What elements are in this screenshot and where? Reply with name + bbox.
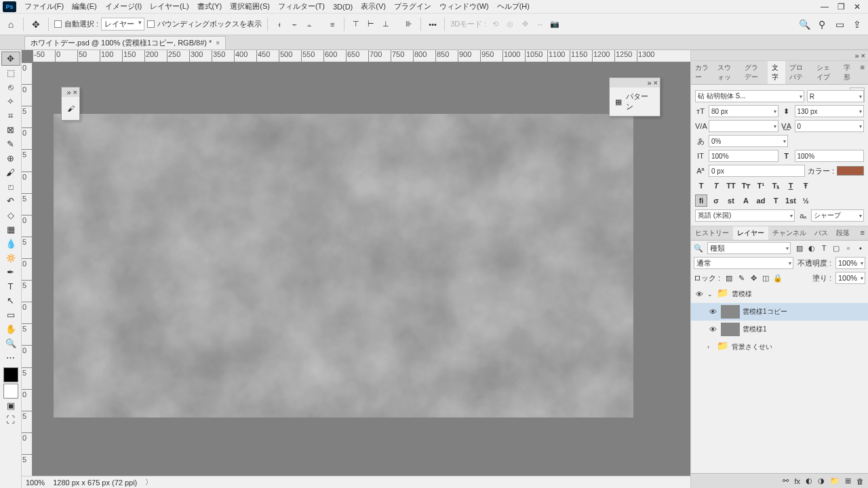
- brush-tool[interactable]: 🖌: [1, 165, 20, 180]
- align-right-icon[interactable]: ⫠: [303, 18, 315, 30]
- filter-toggle-icon[interactable]: •: [856, 243, 865, 253]
- titling-button[interactable]: ad: [755, 195, 767, 207]
- menu-edit[interactable]: 編集(E): [68, 0, 101, 13]
- menu-select[interactable]: 選択範囲(S): [226, 0, 274, 13]
- subscript-button[interactable]: T₁: [770, 180, 782, 192]
- contextual-button[interactable]: σ: [710, 195, 722, 207]
- ordinal-button[interactable]: T: [770, 195, 782, 207]
- kerning-field[interactable]: [709, 120, 778, 132]
- panel-close-icon[interactable]: ×: [654, 79, 658, 87]
- lock-pixels-icon[interactable]: ▨: [724, 273, 734, 283]
- delete-icon[interactable]: 🗑: [856, 477, 864, 485]
- tab-close-icon[interactable]: ×: [216, 39, 220, 47]
- zoom-tool[interactable]: 🔍: [1, 336, 20, 350]
- new-layer-icon[interactable]: ⊞: [845, 476, 851, 485]
- lock-artboard-icon[interactable]: ◫: [761, 273, 770, 283]
- allcaps-button[interactable]: TT: [725, 180, 737, 192]
- tab-swatches[interactable]: スウォッ: [713, 61, 741, 84]
- filter-image-icon[interactable]: ▨: [795, 243, 804, 253]
- filter-smart-icon[interactable]: ▫: [844, 243, 853, 253]
- brush-icon[interactable]: 🖌: [67, 104, 75, 113]
- layer-row[interactable]: 👁雲模様1: [691, 321, 868, 338]
- crop-tool[interactable]: ⌗: [1, 108, 20, 123]
- tab-gradients[interactable]: グラデー: [741, 61, 768, 84]
- eraser-tool[interactable]: ◇: [1, 208, 20, 222]
- tab-shapes[interactable]: シェイプ: [812, 61, 840, 84]
- eyedropper-tool[interactable]: ✎: [1, 137, 20, 151]
- swash-button[interactable]: st: [725, 195, 737, 207]
- align-bottom-icon[interactable]: ⊥: [380, 18, 392, 30]
- background-color[interactable]: [3, 384, 18, 399]
- dodge-tool[interactable]: 🔅: [1, 251, 20, 265]
- superscript-button[interactable]: T¹: [755, 180, 767, 192]
- menu-plugin[interactable]: プラグイン: [390, 0, 435, 13]
- window-maximize-icon[interactable]: ❐: [833, 2, 849, 12]
- disclosure-icon[interactable]: ⌄: [707, 291, 714, 298]
- menu-help[interactable]: ヘルプ(H): [493, 0, 534, 13]
- menu-filter[interactable]: フィルター(T): [274, 0, 329, 13]
- type-tool[interactable]: T: [1, 279, 20, 293]
- share-icon[interactable]: ⇪: [850, 18, 864, 31]
- leading-field[interactable]: 130 px: [795, 105, 865, 117]
- vscale-field[interactable]: 100%: [709, 150, 778, 162]
- frame-tool[interactable]: ⊠: [1, 123, 20, 137]
- layer-row[interactable]: 👁雲模様1コピー: [691, 303, 868, 321]
- menu-type[interactable]: 書式(Y): [193, 0, 226, 13]
- screenmode-tool[interactable]: ⛶: [1, 413, 20, 427]
- visibility-icon[interactable]: 👁: [707, 325, 718, 333]
- antialias-field[interactable]: シャープ: [811, 209, 864, 222]
- align-left-icon[interactable]: ⫞: [273, 18, 285, 30]
- hscale-field[interactable]: 100%: [795, 150, 865, 162]
- tab-properties[interactable]: プロパテ: [785, 61, 812, 84]
- heal-tool[interactable]: ⊕: [1, 151, 20, 165]
- hand-tool[interactable]: ✋: [1, 322, 20, 336]
- path-tool[interactable]: ↖: [1, 293, 20, 308]
- fx-icon[interactable]: fx: [794, 477, 800, 485]
- panel-menu-icon[interactable]: ≡: [857, 61, 868, 84]
- baseline-field[interactable]: 0 px: [709, 165, 805, 177]
- zoom-level[interactable]: 100%: [26, 479, 45, 487]
- fraction-button[interactable]: 1st: [785, 195, 797, 207]
- qsearch-icon[interactable]: ⚲: [815, 18, 829, 31]
- align-center-h-icon[interactable]: ⫟: [288, 18, 300, 30]
- distribute-v-icon[interactable]: ⊪: [403, 18, 415, 30]
- visibility-icon[interactable]: 👁: [707, 308, 718, 316]
- bold-button[interactable]: T: [695, 180, 707, 192]
- pattern-float-panel[interactable]: »× ▦パターン: [609, 77, 660, 117]
- font-size-field[interactable]: 80 px: [709, 105, 778, 117]
- strike-button[interactable]: Ŧ: [800, 180, 812, 192]
- tracking-field[interactable]: 0: [795, 120, 865, 132]
- shape-tool[interactable]: ▭: [1, 308, 20, 322]
- canvas[interactable]: [54, 114, 633, 418]
- history-tool[interactable]: ↶: [1, 194, 20, 208]
- tsume-field[interactable]: 0%: [709, 135, 788, 147]
- lock-all-icon[interactable]: 🔒: [773, 273, 783, 283]
- align-top-icon[interactable]: ⊤: [350, 18, 362, 30]
- menu-file[interactable]: ファイル(F): [20, 0, 68, 13]
- tab-paragraph[interactable]: 段落: [832, 226, 854, 240]
- liga-button[interactable]: fi: [695, 195, 707, 207]
- workspace-icon[interactable]: ▭: [833, 18, 846, 31]
- font-family-field[interactable]: 砧 砧明朝体 S...: [695, 90, 804, 102]
- brush-float-panel[interactable]: »× 🖌: [61, 87, 80, 121]
- menu-layer[interactable]: レイヤー(L): [146, 0, 193, 13]
- group-icon[interactable]: 📁: [830, 476, 840, 485]
- layer-name[interactable]: 雲模様: [732, 289, 752, 299]
- wand-tool[interactable]: ✧: [1, 94, 20, 108]
- gradient-tool[interactable]: ▦: [1, 222, 20, 237]
- layer-row[interactable]: 👁⌄📁雲模様: [691, 285, 868, 303]
- stamp-tool[interactable]: ⏍: [1, 180, 20, 194]
- home-icon[interactable]: ⌂: [4, 18, 18, 31]
- status-menu-icon[interactable]: 〉: [145, 477, 153, 487]
- language-field[interactable]: 英語 (米国): [695, 209, 795, 222]
- distribute-icon[interactable]: ≡: [326, 18, 338, 30]
- filter-kind-field[interactable]: 種類: [707, 242, 791, 254]
- search-icon[interactable]: 🔍: [797, 18, 811, 31]
- panel-collapse-icon[interactable]: »: [854, 52, 859, 60]
- link-icon[interactable]: ⚯: [783, 476, 789, 485]
- tab-color[interactable]: カラー: [691, 61, 713, 84]
- edit-toolbar[interactable]: ⋯: [1, 350, 20, 365]
- lock-move-icon[interactable]: ✥: [749, 273, 758, 283]
- tab-channels[interactable]: チャンネル: [768, 226, 810, 240]
- tab-glyphs[interactable]: 字形: [840, 61, 857, 84]
